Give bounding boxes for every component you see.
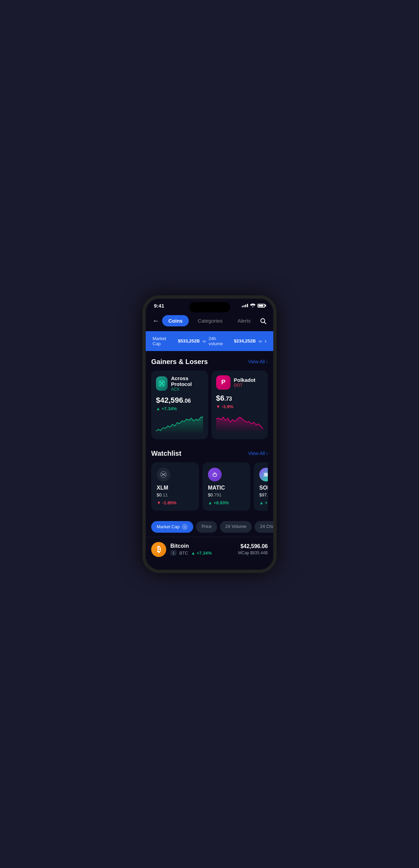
acx-symbol: ACX xyxy=(171,387,203,392)
gainers-losers-title: Gainers & Losers xyxy=(151,358,208,366)
acx-name: Across Protocol xyxy=(171,375,203,387)
gainers-losers-section: Gainers & Losers View All › xyxy=(146,351,273,443)
btc-right: $42,596.06 MCap $835.44B xyxy=(238,543,268,555)
battery-fill xyxy=(259,305,263,307)
xlm-down-icon: ▼ xyxy=(157,500,161,505)
btc-info: Bitcoin 1 BTC ▲ +7.34% xyxy=(170,543,238,556)
gainers-losers-view-all[interactable]: View All › xyxy=(248,359,268,364)
svg-rect-11 xyxy=(264,475,268,476)
btc-logo: ₿ xyxy=(151,542,166,557)
btc-rank: 1 xyxy=(170,550,176,556)
sort-down-icon: ↓ xyxy=(182,524,188,530)
phone-screen: 9:41 xyxy=(146,299,273,570)
sol-change: ▲ +1 xyxy=(259,500,268,505)
gainers-losers-header: Gainers & Losers View All › xyxy=(151,358,268,366)
market-cap-banner[interactable]: Market Cap $533,252B ∞ 24h volume $234,2… xyxy=(146,331,273,351)
signal-bar-1 xyxy=(242,306,243,307)
gainers-grid: Across Protocol ACX $42,596.06 ▲ +7.34% xyxy=(151,371,268,439)
svg-point-8 xyxy=(163,474,164,475)
back-arrow-icon: ← xyxy=(153,317,159,325)
svg-point-0 xyxy=(252,307,253,307)
phone-frame: 9:41 xyxy=(142,295,277,573)
xlm-logo xyxy=(157,468,170,481)
matic-change: ▲ +8.93% xyxy=(208,500,245,505)
sol-up-icon: ▲ xyxy=(259,500,264,505)
watchlist-title: Watchlist xyxy=(151,450,181,457)
tab-alerts[interactable]: Alerts xyxy=(231,315,257,326)
btc-change: ▲ +7.34% xyxy=(191,550,212,556)
btc-meta: 1 BTC ▲ +7.34% xyxy=(170,550,238,556)
dot-name: Polkadot xyxy=(234,377,256,383)
chain-icon-1: ∞ xyxy=(202,338,206,344)
matic-watchlist-card[interactable]: MATIC $0.791 ▲ +8.93% xyxy=(202,462,250,511)
sort-volume-button[interactable]: 24 Volume xyxy=(220,521,252,533)
dot-info: Polkadot DOT xyxy=(234,377,256,388)
acx-logo xyxy=(156,376,168,391)
watchlist-chevron-icon: › xyxy=(266,451,268,456)
up-triangle-icon: ▲ xyxy=(156,406,160,411)
sort-change-button[interactable]: 24 Change xyxy=(254,521,273,533)
tab-categories[interactable]: Categories xyxy=(192,315,229,326)
acx-change: ▲ +7.34% xyxy=(156,406,203,411)
nav-bar: ← Coins Categories Alerts xyxy=(146,311,273,331)
acx-card-header: Across Protocol ACX xyxy=(156,375,203,392)
banner-chevron-icon: › xyxy=(265,338,266,344)
matic-price: $0.791 xyxy=(208,492,245,497)
dot-card[interactable]: P Polkadot DOT $6.73 ▼ -3.9% xyxy=(211,371,268,439)
acx-price: $42,596.06 xyxy=(156,396,203,405)
svg-rect-9 xyxy=(264,473,268,474)
view-all-chevron-icon: › xyxy=(266,359,268,364)
xlm-symbol: XLM xyxy=(157,485,194,491)
signal-bar-3 xyxy=(245,305,246,307)
btc-price: $42,596.06 xyxy=(238,543,268,549)
svg-text:P: P xyxy=(221,379,225,386)
signal-bar-4 xyxy=(247,304,248,307)
btc-mcap: MCap $835.44B xyxy=(238,550,268,555)
signal-bar-2 xyxy=(244,305,245,307)
back-button[interactable]: ← xyxy=(153,315,159,327)
btc-up-icon: ▲ xyxy=(191,550,195,556)
market-cap-value: $533,252B xyxy=(178,338,200,344)
sol-price: $97,7 xyxy=(259,492,268,497)
status-time: 9:41 xyxy=(154,303,164,309)
dot-price: $6.73 xyxy=(216,394,263,403)
volume-label: 24h volume xyxy=(209,336,231,346)
watchlist-scroll: XLM $0.11 ▼ -1.85% xyxy=(151,462,268,514)
down-triangle-icon: ▼ xyxy=(216,404,221,409)
matic-up-icon: ▲ xyxy=(208,500,212,505)
sol-symbol: SOL xyxy=(259,485,268,491)
dot-symbol: DOT xyxy=(234,383,256,388)
sort-market-cap-button[interactable]: Market Cap ↓ xyxy=(151,521,193,533)
battery-icon xyxy=(258,304,265,308)
watchlist-section: Watchlist View All › XLM xyxy=(146,443,273,517)
dot-change: ▼ -3.9% xyxy=(216,404,263,409)
status-icons xyxy=(242,303,265,308)
matic-symbol: MATIC xyxy=(208,485,245,491)
btc-name: Bitcoin xyxy=(170,543,238,549)
xlm-change: ▼ -1.85% xyxy=(157,500,194,505)
signal-bars-icon xyxy=(242,304,248,307)
xlm-watchlist-card[interactable]: XLM $0.11 ▼ -1.85% xyxy=(151,462,199,511)
svg-rect-10 xyxy=(264,474,268,475)
sol-logo xyxy=(259,468,268,481)
xlm-price: $0.11 xyxy=(157,492,194,497)
search-button[interactable] xyxy=(260,315,266,327)
market-cap-label: Market Cap xyxy=(153,336,175,346)
sort-price-button[interactable]: Price xyxy=(196,521,217,533)
wifi-icon xyxy=(250,303,256,308)
tab-coins[interactable]: Coins xyxy=(162,315,189,326)
acx-card[interactable]: Across Protocol ACX $42,596.06 ▲ +7.34% xyxy=(151,371,208,439)
btc-symbol: BTC xyxy=(179,550,188,556)
volume-value: $234,252B xyxy=(234,338,256,344)
chain-icon-2: ∞ xyxy=(259,338,262,344)
sort-bar: Market Cap ↓ Price 24 Volume 24 Change xyxy=(146,517,273,537)
notch xyxy=(189,302,230,312)
watchlist-header: Watchlist View All › xyxy=(151,450,268,457)
dot-chart xyxy=(216,412,263,432)
bitcoin-list-row[interactable]: ₿ Bitcoin 1 BTC ▲ +7.34% $42,596.06 MCap… xyxy=(146,537,273,562)
acx-info: Across Protocol ACX xyxy=(171,375,203,392)
sol-watchlist-card[interactable]: SOL $97,7 ▲ +1 xyxy=(254,462,268,511)
watchlist-view-all[interactable]: View All › xyxy=(248,451,268,456)
acx-chart xyxy=(156,414,203,435)
dot-card-header: P Polkadot DOT xyxy=(216,375,263,390)
